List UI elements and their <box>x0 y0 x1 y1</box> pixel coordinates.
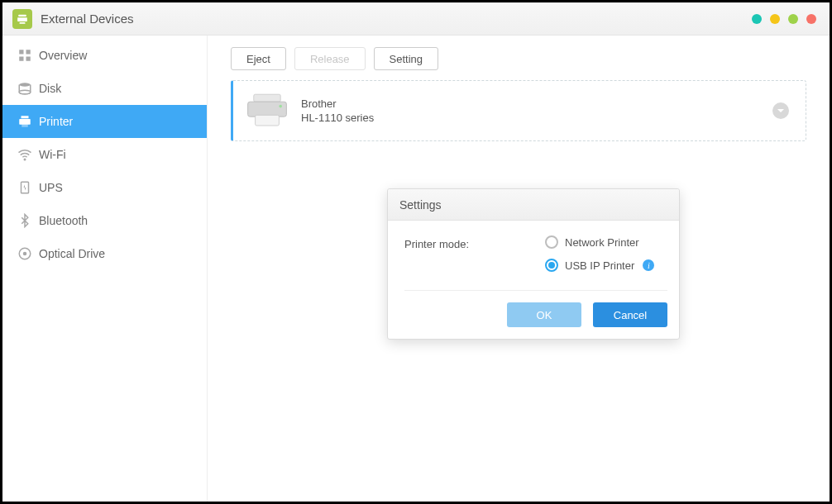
expand-chevron-icon[interactable] <box>772 102 789 119</box>
app-window: External Devices Overview Disk <box>2 2 830 502</box>
svg-point-8 <box>19 90 31 94</box>
printer-image-icon <box>245 93 289 129</box>
printer-device-card[interactable]: Brother HL-1110 series <box>231 80 806 141</box>
radio-label: Network Printer <box>565 236 639 249</box>
toolbar: Eject Release Setting <box>231 47 806 70</box>
sidebar-item-disk[interactable]: Disk <box>2 72 207 105</box>
window-control-dot[interactable] <box>788 14 798 24</box>
sidebar-item-label: Bluetooth <box>39 214 88 227</box>
svg-rect-5 <box>19 57 23 61</box>
svg-rect-0 <box>18 14 26 16</box>
svg-rect-17 <box>248 102 287 116</box>
app-icon <box>12 9 32 29</box>
sidebar-item-wifi[interactable]: Wi-Fi <box>2 138 207 171</box>
sidebar-item-label: UPS <box>39 181 63 194</box>
radio-icon <box>545 235 558 249</box>
window-controls <box>752 14 820 24</box>
svg-rect-11 <box>22 123 28 127</box>
modal-title: Settings <box>388 189 679 221</box>
sidebar-item-overview[interactable]: Overview <box>2 39 207 72</box>
window-title: External Devices <box>41 12 134 26</box>
radio-icon <box>545 259 558 272</box>
sidebar: Overview Disk Printer Wi-Fi <box>2 36 208 502</box>
device-info: Brother HL-1110 series <box>301 97 374 124</box>
sidebar-item-bluetooth[interactable]: Bluetooth <box>2 204 207 237</box>
overview-icon <box>17 48 39 63</box>
window-control-dot[interactable] <box>752 14 762 24</box>
svg-point-12 <box>24 159 26 160</box>
window-control-dot[interactable] <box>770 14 780 24</box>
bluetooth-icon <box>17 213 39 228</box>
svg-rect-3 <box>19 50 23 54</box>
svg-point-7 <box>19 83 31 87</box>
sidebar-item-optical-drive[interactable]: Optical Drive <box>2 237 207 270</box>
info-icon[interactable]: i <box>643 259 654 271</box>
eject-button[interactable]: Eject <box>231 47 286 70</box>
svg-rect-4 <box>26 50 31 54</box>
sidebar-item-ups[interactable]: UPS <box>2 171 207 204</box>
modal-body: Printer mode: Network Printer USB IP Pri… <box>388 221 679 291</box>
ups-icon <box>17 180 39 195</box>
disk-icon <box>17 81 39 96</box>
sidebar-item-label: Optical Drive <box>39 247 105 260</box>
device-brand: Brother <box>301 97 374 110</box>
cancel-button[interactable]: Cancel <box>593 302 667 327</box>
printer-mode-label: Printer mode: <box>404 235 545 272</box>
wifi-icon <box>17 147 39 162</box>
optical-drive-icon <box>17 246 39 261</box>
svg-rect-2 <box>20 22 26 24</box>
svg-rect-9 <box>22 116 29 118</box>
sidebar-item-label: Disk <box>39 82 61 95</box>
radio-network-printer[interactable]: Network Printer <box>545 235 654 249</box>
svg-rect-6 <box>26 57 31 61</box>
setting-button[interactable]: Setting <box>374 47 438 70</box>
sidebar-item-label: Wi-Fi <box>39 148 66 161</box>
sidebar-item-label: Printer <box>39 115 73 128</box>
device-model: HL-1110 series <box>301 112 374 124</box>
settings-modal: Settings Printer mode: Network Printer U… <box>387 188 680 340</box>
svg-point-15 <box>24 253 26 255</box>
svg-rect-1 <box>17 17 27 21</box>
window-control-dot[interactable] <box>806 14 816 24</box>
radio-label: USB IP Printer <box>565 259 634 272</box>
sidebar-item-printer[interactable]: Printer <box>2 105 207 138</box>
svg-rect-18 <box>256 115 280 126</box>
svg-point-19 <box>279 105 282 108</box>
modal-footer: OK Cancel <box>388 291 679 339</box>
release-button: Release <box>294 47 366 70</box>
printer-icon <box>17 114 39 129</box>
ok-button[interactable]: OK <box>507 302 581 327</box>
radio-usb-ip-printer[interactable]: USB IP Printer i <box>545 259 654 272</box>
svg-rect-16 <box>254 94 280 102</box>
sidebar-item-label: Overview <box>39 49 87 62</box>
titlebar: External Devices <box>2 2 830 36</box>
